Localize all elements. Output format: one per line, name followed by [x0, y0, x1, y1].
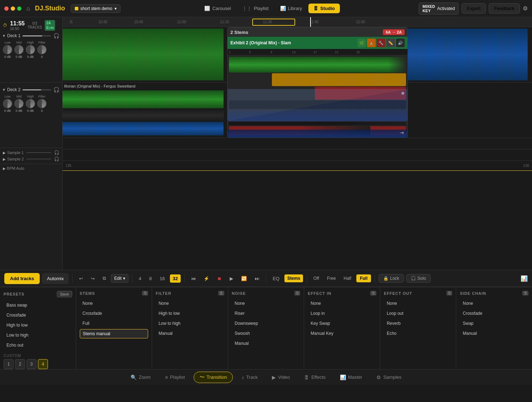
custom-slot-4[interactable]: 4	[38, 359, 48, 369]
tab-master[interactable]: 📊 Master	[334, 372, 368, 382]
sample2-volume[interactable]	[26, 159, 51, 159]
tab-zoom[interactable]: 🔍 Zoom	[125, 372, 156, 382]
bpm-auto-row[interactable]: ▶ BPM Auto	[0, 164, 62, 173]
solo-button[interactable]: 🎧 Solo	[406, 274, 431, 283]
deck2-expand-icon[interactable]: ▾	[3, 87, 5, 92]
effect-in-key-swap[interactable]: Key Swap	[308, 319, 376, 328]
noise-riser[interactable]: Riser	[232, 309, 301, 318]
noise-downsweep[interactable]: Downsweep	[232, 319, 301, 328]
noise-s-badge[interactable]: S	[294, 291, 301, 296]
record-button[interactable]: ⏺	[214, 274, 225, 283]
deck1-expand-icon[interactable]: ▾	[3, 33, 5, 38]
stem1-btn-tool[interactable]: 🔧	[377, 39, 385, 47]
deck2-high-knob[interactable]	[26, 99, 35, 108]
effect-out-reverb[interactable]: Reverb	[384, 319, 453, 328]
sample1-volume[interactable]	[26, 152, 51, 153]
deck2-low-knob[interactable]	[3, 99, 12, 108]
deck1-volume-slider[interactable]	[23, 35, 51, 36]
beat-4-button[interactable]: 4	[136, 274, 144, 283]
tab-samples[interactable]: ⚙ Samples	[371, 372, 407, 382]
snap-button[interactable]: ⧉	[100, 273, 109, 283]
effect-out-loop-out[interactable]: Loop out	[384, 309, 453, 318]
home-icon[interactable]: ⌂	[26, 5, 30, 12]
side-chain-swap[interactable]: Swap	[460, 319, 528, 328]
deck1-high-knob[interactable]	[26, 45, 35, 54]
beatmatch-button[interactable]: ⚡	[201, 274, 212, 283]
off-button[interactable]: Off	[311, 274, 322, 282]
preset-echo-out[interactable]: Echo out	[4, 341, 72, 349]
custom-slot-3[interactable]: 3	[26, 359, 36, 369]
sample1-expand-icon[interactable]: ▶	[3, 151, 6, 155]
preset-crossfade[interactable]: Crossfade	[4, 311, 72, 319]
tab-transition[interactable]: 〜 Transition	[194, 372, 233, 383]
effect-in-loop-in[interactable]: Loop in	[308, 309, 376, 318]
noise-swoosh[interactable]: Swoosh	[232, 329, 301, 338]
filter-low-to-high[interactable]: Low to high	[156, 319, 224, 328]
tab-playlist[interactable]: ≡ Playlist	[159, 372, 190, 382]
export-button[interactable]: Export	[462, 3, 486, 14]
deck2-headphone-icon[interactable]: 🎧	[53, 87, 59, 93]
deck1-headphone-icon[interactable]: 🎧	[53, 33, 59, 39]
effect-out-s-badge[interactable]: S	[446, 291, 453, 296]
sample2-expand-icon[interactable]: ▶	[3, 157, 6, 161]
presets-save-button[interactable]: Save	[57, 291, 72, 297]
stems-none[interactable]: None	[80, 299, 148, 308]
filter-manual[interactable]: Manual	[156, 329, 224, 338]
eq-button[interactable]: EQ	[270, 274, 282, 283]
deck2-volume-slider[interactable]	[23, 89, 51, 90]
side-chain-none[interactable]: None	[460, 299, 528, 308]
deck1-low-knob[interactable]	[3, 45, 12, 54]
nav-carousel[interactable]: ⬜ Carousel	[199, 4, 236, 13]
beat-32-button[interactable]: 32	[170, 274, 181, 283]
filter-none[interactable]: None	[156, 299, 224, 308]
tab-effects[interactable]: 🎛 Effects	[298, 372, 331, 382]
settings-icon[interactable]: ⚙	[523, 5, 528, 12]
stems-button[interactable]: Stems	[284, 274, 303, 282]
lock-button[interactable]: 🔒 Lock	[379, 274, 404, 283]
deck1-mid-knob[interactable]	[14, 45, 24, 54]
volume-icon[interactable]: 📊	[521, 275, 528, 282]
effect-in-none[interactable]: None	[308, 299, 376, 308]
tab-track[interactable]: ♪ Track	[236, 372, 263, 382]
free-button[interactable]: Free	[324, 274, 339, 282]
filter-s-badge[interactable]: S	[218, 291, 224, 296]
loop-button[interactable]: 🔁	[238, 274, 250, 283]
redo-button[interactable]: ↪	[88, 274, 98, 283]
stems-crossfade[interactable]: Crossfade	[80, 309, 148, 318]
stem1-btn-edit[interactable]: ✏️	[386, 39, 395, 47]
stem1-btn-cut[interactable]: ✂️	[367, 39, 376, 47]
stems-manual[interactable]: Stems manual	[80, 329, 148, 338]
automix-button[interactable]: Automix	[42, 273, 69, 284]
full-button[interactable]: Full	[356, 274, 371, 282]
sample2-headphone-icon[interactable]: 🎧	[54, 157, 59, 162]
stems-full[interactable]: Full	[80, 319, 148, 328]
effect-out-none[interactable]: None	[384, 299, 453, 308]
play-button[interactable]: ▶	[227, 274, 236, 283]
nav-studio[interactable]: 🎛 Studio	[308, 4, 340, 13]
stem1-btn-vol[interactable]: 🔊	[396, 39, 405, 47]
mixedkey-widget[interactable]: MIXEDKEY Activated	[419, 3, 459, 15]
preset-high-to-low[interactable]: High to low	[4, 321, 72, 329]
deck2-mid-knob[interactable]	[14, 99, 24, 108]
stem1-btn-grow[interactable]: 🌿	[357, 39, 366, 47]
minimize-button[interactable]	[11, 6, 15, 11]
stems-s-badge[interactable]: S	[142, 291, 148, 296]
noise-none[interactable]: None	[232, 299, 301, 308]
beat-8-button[interactable]: 8	[146, 274, 155, 283]
noise-manual[interactable]: Manual	[232, 339, 301, 348]
side-chain-manual[interactable]: Manual	[460, 329, 528, 338]
skip-start-button[interactable]: ⏮	[188, 274, 199, 283]
side-chain-crossfade[interactable]: Crossfade	[460, 309, 528, 318]
preset-low-to-high[interactable]: Low to high	[4, 331, 72, 339]
selection-region[interactable]	[252, 19, 295, 26]
tab-video[interactable]: ▶ Video	[266, 372, 296, 382]
feedback-button[interactable]: Feedback	[489, 3, 520, 14]
close-button[interactable]	[4, 6, 9, 11]
deck1-filter-knob[interactable]	[37, 45, 47, 54]
custom-slot-1[interactable]: 1	[4, 359, 14, 369]
deck2-filter-knob[interactable]	[37, 99, 47, 108]
edit-dropdown[interactable]: Edit ▾	[111, 274, 128, 283]
effect-out-echo[interactable]: Echo	[384, 329, 453, 338]
project-name-dropdown[interactable]: short stem demo ▾	[71, 4, 121, 13]
maximize-button[interactable]	[17, 6, 21, 11]
